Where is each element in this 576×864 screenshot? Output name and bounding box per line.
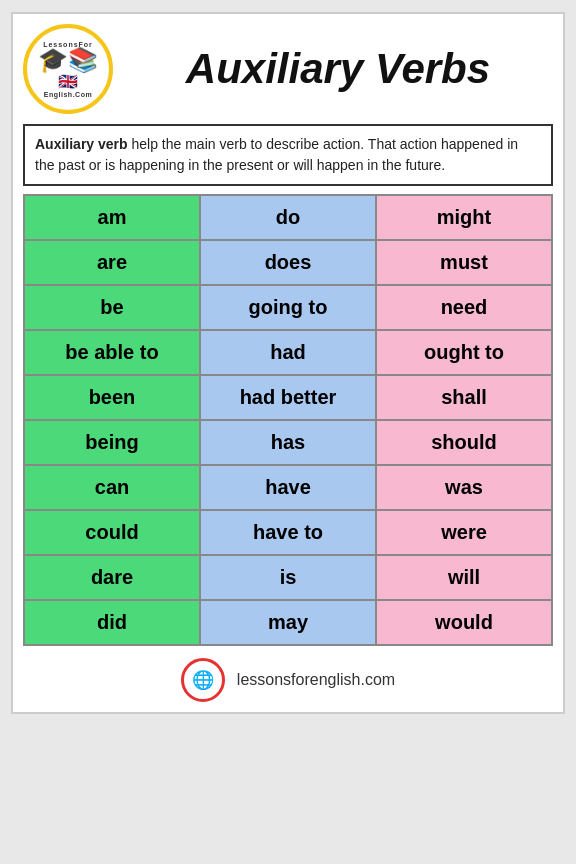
table-row: begoing toneed (24, 285, 552, 330)
description-bold: Auxiliary verb (35, 136, 128, 152)
cell-r0-c2: might (376, 195, 552, 240)
cell-r4-c1: had better (200, 375, 376, 420)
cell-r8-c2: will (376, 555, 552, 600)
table-row: beenhad bettershall (24, 375, 552, 420)
cell-r5-c0: being (24, 420, 200, 465)
logo-books-icon: 🎓📚 (38, 48, 98, 72)
cell-r0-c0: am (24, 195, 200, 240)
table-row: dareiswill (24, 555, 552, 600)
table-row: canhavewas (24, 465, 552, 510)
logo-arc-bottom: English.Com (44, 91, 92, 98)
table-row: beinghasshould (24, 420, 552, 465)
cell-r6-c2: was (376, 465, 552, 510)
footer: 🌐 lessonsforenglish.com (23, 658, 553, 702)
cell-r3-c0: be able to (24, 330, 200, 375)
page-container: LessonsFor 🎓📚 🇬🇧 English.Com Auxiliary V… (11, 12, 565, 714)
cell-r0-c1: do (200, 195, 376, 240)
cell-r1-c1: does (200, 240, 376, 285)
footer-website: lessonsforenglish.com (237, 671, 395, 689)
cell-r7-c0: could (24, 510, 200, 555)
cell-r9-c1: may (200, 600, 376, 645)
cell-r6-c0: can (24, 465, 200, 510)
cell-r1-c0: are (24, 240, 200, 285)
cell-r5-c1: has (200, 420, 376, 465)
table-row: didmaywould (24, 600, 552, 645)
cell-r5-c2: should (376, 420, 552, 465)
logo: LessonsFor 🎓📚 🇬🇧 English.Com (23, 24, 113, 114)
table-row: aredoesmust (24, 240, 552, 285)
page-title: Auxiliary Verbs (123, 45, 553, 93)
cell-r9-c0: did (24, 600, 200, 645)
cell-r2-c2: need (376, 285, 552, 330)
table-row: amdomight (24, 195, 552, 240)
cell-r8-c0: dare (24, 555, 200, 600)
description-box: Auxiliary verb help the main verb to des… (23, 124, 553, 186)
cell-r2-c0: be (24, 285, 200, 330)
cell-r7-c2: were (376, 510, 552, 555)
cell-r3-c1: had (200, 330, 376, 375)
cell-r3-c2: ought to (376, 330, 552, 375)
header: LessonsFor 🎓📚 🇬🇧 English.Com Auxiliary V… (23, 24, 553, 114)
cell-r7-c1: have to (200, 510, 376, 555)
cell-r4-c0: been (24, 375, 200, 420)
table-row: be able tohadought to (24, 330, 552, 375)
table-row: couldhave towere (24, 510, 552, 555)
cell-r8-c1: is (200, 555, 376, 600)
cell-r6-c1: have (200, 465, 376, 510)
cell-r1-c2: must (376, 240, 552, 285)
logo-flag-icon: 🇬🇧 (58, 72, 78, 91)
world-icon: 🌐 (181, 658, 225, 702)
cell-r4-c2: shall (376, 375, 552, 420)
cell-r9-c2: would (376, 600, 552, 645)
verb-table: amdomightaredoesmustbegoing toneedbe abl… (23, 194, 553, 646)
cell-r2-c1: going to (200, 285, 376, 330)
